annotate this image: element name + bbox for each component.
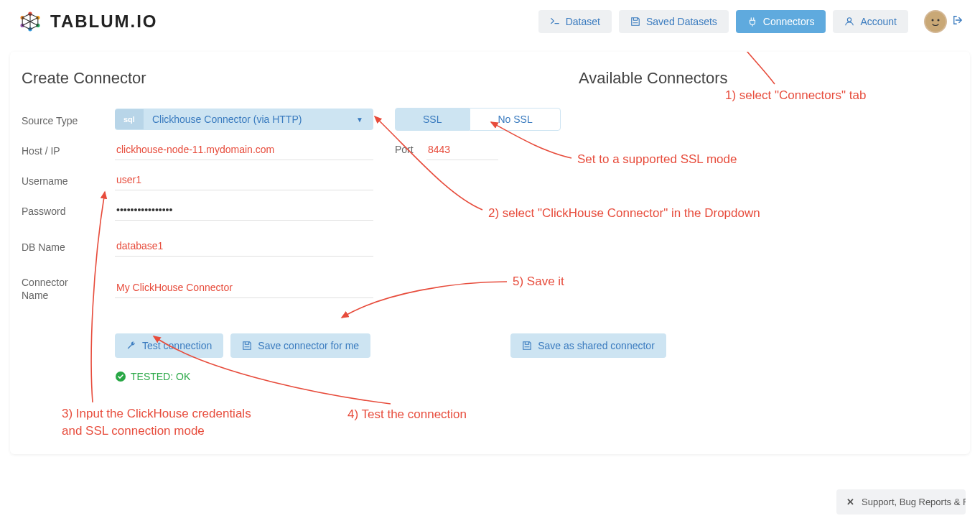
connector-name-label: Connector Name [22, 273, 115, 302]
support-widget[interactable]: ✕ Support, Bug Reports & Fe… [836, 489, 966, 515]
username-input[interactable] [115, 170, 373, 190]
svg-point-8 [932, 19, 934, 22]
terminal-icon [550, 17, 560, 27]
nav-account[interactable]: Account [833, 10, 908, 33]
save-shared-button[interactable]: Save as shared connector [510, 333, 666, 358]
password-label: Password [22, 203, 115, 217]
nav-connectors-label: Connectors [763, 16, 815, 27]
close-icon[interactable]: ✕ [846, 497, 854, 507]
nav-dataset[interactable]: Dataset [538, 10, 612, 33]
test-connection-button[interactable]: Test connection [115, 333, 223, 358]
check-circle-icon [115, 371, 126, 382]
logo-text: TABLUM.IO [50, 11, 158, 32]
avatar[interactable] [924, 10, 947, 33]
logo-icon [17, 9, 43, 34]
nav-dataset-label: Dataset [566, 16, 600, 27]
logout-icon[interactable] [953, 15, 963, 28]
test-status: TESTED: OK [115, 371, 958, 382]
logo[interactable]: TABLUM.IO [17, 9, 158, 34]
header: TABLUM.IO Dataset Saved Datasets Connect… [0, 0, 980, 43]
host-label: Host / IP [22, 142, 115, 157]
form-area: Source Type sql Clickhouse Connector (vi… [22, 106, 958, 382]
username-label: Username [22, 172, 115, 187]
password-input[interactable] [115, 200, 373, 221]
dbname-label: DB Name [22, 239, 115, 253]
port-input[interactable] [426, 139, 498, 160]
source-type-dropdown[interactable]: sql Clickhouse Connector (via HTTP) ▼ [115, 109, 373, 130]
nav-saved-datasets[interactable]: Saved Datasets [619, 10, 729, 33]
save-connector-label: Save connector for me [258, 340, 359, 351]
test-status-text: TESTED: OK [131, 371, 190, 382]
sql-badge: sql [115, 109, 144, 129]
source-type-label: Source Type [22, 112, 115, 126]
user-icon [844, 17, 854, 27]
annotation-1: 1) select "Connectors" tab [725, 88, 866, 103]
svg-point-9 [938, 19, 940, 22]
annotation-3: 3) Input the ClickHouse credentials and … [62, 407, 251, 438]
dbname-input[interactable] [115, 236, 373, 257]
annotation-4: 4) Test the connection [347, 407, 467, 422]
save-shared-label: Save as shared connector [538, 340, 655, 351]
save-connector-button[interactable]: Save connector for me [230, 333, 370, 358]
chevron-down-icon: ▼ [346, 116, 373, 124]
nav-connectors[interactable]: Connectors [736, 10, 826, 33]
ssl-off-button[interactable]: No SSL [470, 108, 560, 131]
plug-icon [747, 17, 757, 27]
nav-saved-label: Saved Datasets [646, 16, 717, 27]
save-icon [630, 17, 640, 27]
page-title: Create Connector [22, 69, 958, 88]
save-icon [242, 341, 252, 351]
support-text: Support, Bug Reports & Fe… [862, 497, 966, 507]
svg-point-7 [925, 11, 946, 32]
ssl-toggle-group: SSL No SSL [395, 108, 561, 131]
connector-name-input[interactable] [115, 277, 373, 298]
wrench-icon [126, 341, 136, 351]
test-connection-label: Test connection [142, 340, 212, 351]
host-input[interactable] [115, 139, 373, 160]
nav-account-label: Account [860, 16, 897, 27]
svg-point-6 [848, 18, 851, 22]
main-card: Create Connector Available Connectors So… [10, 52, 970, 454]
available-connectors-title: Available Connectors [579, 69, 728, 88]
save-icon [522, 341, 532, 351]
ssl-on-button[interactable]: SSL [395, 108, 470, 131]
port-label: Port [395, 144, 426, 155]
source-type-value: Clickhouse Connector (via HTTP) [144, 114, 346, 125]
